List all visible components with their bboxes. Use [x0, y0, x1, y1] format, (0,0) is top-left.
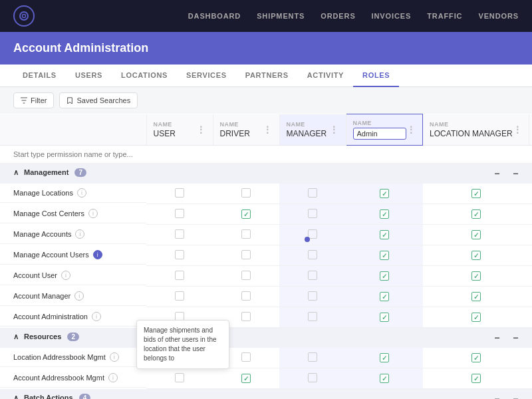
nav-vendors[interactable]: VENDORS: [478, 9, 519, 23]
checkbox-checked[interactable]: [471, 251, 481, 260]
checkbox-checked[interactable]: [380, 374, 389, 383]
checkbox-empty[interactable]: [308, 291, 317, 301]
checkbox-empty[interactable]: [175, 209, 184, 218]
checkbox-empty[interactable]: [175, 229, 184, 239]
nav-shipments[interactable]: SHIPMENTS: [257, 9, 305, 23]
info-icon[interactable]: i: [75, 229, 84, 239]
table-row: Manage Locationsi: [0, 184, 532, 204]
table-header-row: NAME User ⋮ NAME Driver: [0, 114, 532, 146]
checkbox-empty[interactable]: [241, 312, 251, 321]
row-label-cell: Manage Cost Centersi: [0, 204, 146, 223]
checkbox-empty[interactable]: [308, 188, 317, 198]
checkbox-checked[interactable]: [380, 189, 389, 198]
row-label-cell: Account Useri: [0, 266, 146, 285]
info-icon[interactable]: i: [61, 271, 70, 280]
info-icon[interactable]: i: [108, 373, 118, 382]
col-options-location-manager[interactable]: ⋮: [513, 124, 523, 135]
checkbox-checked[interactable]: [380, 230, 389, 239]
info-icon[interactable]: i: [92, 312, 101, 321]
checkbox-checked[interactable]: [471, 230, 481, 239]
checkbox-checked[interactable]: [380, 271, 389, 281]
col-options-manager[interactable]: ⋮: [329, 124, 339, 135]
main-content: Account Administration DETAILS USERS LOC…: [0, 32, 532, 399]
checkbox-checked[interactable]: [380, 292, 389, 301]
checkbox-empty[interactable]: [308, 271, 317, 280]
checkbox-checked[interactable]: [241, 209, 251, 219]
checkbox-checked[interactable]: [380, 313, 389, 322]
checkbox-checked[interactable]: [471, 313, 481, 322]
nav-invoices[interactable]: INVOICES: [372, 9, 412, 23]
checkbox-checked[interactable]: [471, 189, 481, 198]
checkbox-empty[interactable]: [241, 352, 251, 362]
tab-locations[interactable]: LOCATIONS: [112, 65, 177, 87]
tooltip: Manage shipments and bids of other users…: [136, 320, 229, 369]
nav-traffic[interactable]: TRAFFIC: [427, 9, 462, 23]
checkbox-empty[interactable]: [241, 250, 251, 259]
col-options-driver[interactable]: ⋮: [263, 124, 273, 135]
checkbox-empty[interactable]: [175, 271, 184, 280]
row-value-cell: [346, 225, 423, 245]
row-value-cell: [529, 184, 532, 204]
row-value-cell: [213, 266, 279, 287]
tab-activity[interactable]: ACTIVITY: [298, 65, 353, 87]
checkbox-checked[interactable]: [241, 374, 251, 383]
checkbox-checked[interactable]: [380, 353, 389, 362]
checkbox-empty[interactable]: [308, 373, 317, 382]
info-icon[interactable]: i: [88, 209, 98, 218]
checkbox-checked[interactable]: [471, 292, 481, 301]
tab-services[interactable]: SERVICES: [177, 65, 236, 87]
checkbox-empty[interactable]: [175, 373, 184, 382]
nav-orders[interactable]: ORDERS: [321, 9, 355, 23]
tab-partners[interactable]: PARTNERS: [236, 65, 298, 87]
search-input[interactable]: [13, 150, 532, 158]
row-value-cell: [423, 184, 529, 204]
saved-searches-button[interactable]: Saved Searches: [59, 92, 138, 108]
col-options-admin[interactable]: ⋮: [406, 124, 416, 135]
filter-button[interactable]: Filter: [13, 92, 54, 108]
checkbox-empty[interactable]: [175, 250, 184, 259]
info-icon[interactable]: i: [74, 291, 84, 301]
table-row: Manage Account Usersi: [0, 245, 532, 266]
checkbox-empty[interactable]: [241, 188, 251, 198]
checkbox-checked[interactable]: [471, 374, 481, 383]
checkbox-empty[interactable]: [241, 229, 251, 239]
group-collapse-icon[interactable]: ∧: [13, 394, 19, 399]
row-value-cell: [279, 266, 346, 287]
group-collapse-icon[interactable]: ∧: [13, 332, 19, 340]
checkbox-checked[interactable]: [471, 271, 481, 281]
checkbox-checked[interactable]: [471, 209, 481, 219]
nav-dashboard[interactable]: DASHBOARD: [188, 9, 241, 23]
checkbox-empty[interactable]: [241, 271, 251, 280]
row-value-cell: [279, 287, 346, 307]
tab-roles[interactable]: ROLES: [353, 65, 399, 87]
checkbox-empty[interactable]: [241, 291, 251, 301]
row-value-cell: [279, 245, 346, 266]
checkbox-empty[interactable]: [308, 312, 317, 321]
group-name: Management: [24, 168, 68, 176]
checkbox-empty[interactable]: [175, 188, 184, 198]
checkbox-empty[interactable]: [175, 291, 184, 301]
info-icon[interactable]: i: [110, 352, 119, 362]
tab-users[interactable]: USERS: [66, 65, 112, 87]
table-row: Location Addressbook Mgmti: [0, 348, 532, 368]
info-icon-blue[interactable]: i: [93, 250, 102, 259]
group-collapse-icon[interactable]: ∧: [13, 168, 19, 176]
col-header-manager: NAME Manager ⋮: [279, 114, 346, 146]
info-icon[interactable]: i: [77, 188, 86, 198]
admin-col-name-input[interactable]: [353, 128, 406, 140]
checkbox-checked[interactable]: [380, 251, 389, 260]
tab-details[interactable]: DETAILS: [13, 65, 66, 87]
table-container[interactable]: NAME User ⋮ NAME Driver: [0, 114, 532, 399]
row-value-cell: [279, 348, 346, 368]
checkbox-checked[interactable]: [471, 353, 481, 362]
checkbox-empty[interactable]: [308, 250, 317, 259]
checkbox-empty[interactable]: [308, 209, 317, 218]
account-header: Account Administration: [0, 32, 532, 65]
row-value-cell: [146, 368, 213, 389]
row-label-cell: Manage Account Usersi: [0, 245, 146, 265]
col-options-user[interactable]: ⋮: [196, 124, 206, 135]
checkbox-checked[interactable]: [380, 209, 389, 219]
row-value-cell: [423, 245, 529, 266]
checkbox-empty[interactable]: [308, 352, 317, 362]
top-nav: DASHBOARD SHIPMENTS ORDERS INVOICES TRAF…: [0, 0, 532, 32]
